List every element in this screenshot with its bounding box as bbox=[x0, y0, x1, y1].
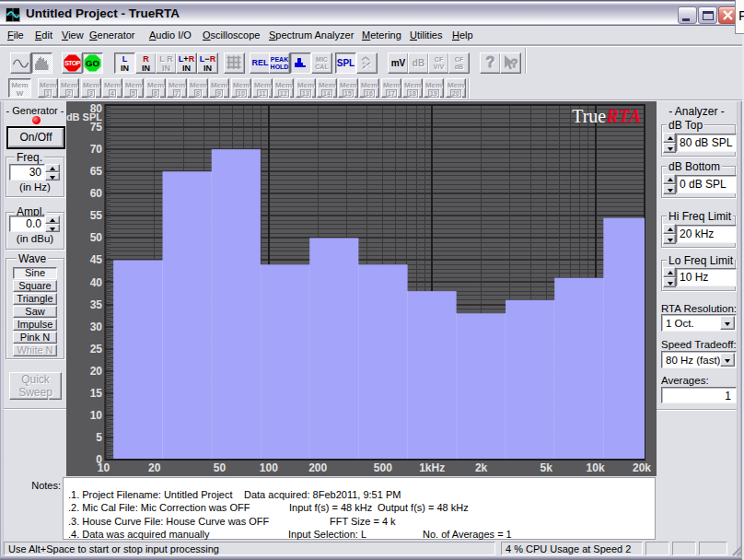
svg-text:10k: 10k bbox=[587, 461, 605, 474]
svg-text:STOP: STOP bbox=[64, 60, 80, 66]
svg-text:20k: 20k bbox=[633, 461, 651, 474]
svg-text:20: 20 bbox=[148, 461, 161, 474]
svg-text:65: 65 bbox=[90, 165, 103, 178]
svg-text:60: 60 bbox=[90, 187, 103, 200]
svg-text:45: 45 bbox=[90, 253, 103, 266]
svg-text:75: 75 bbox=[90, 121, 103, 134]
svg-text:?: ? bbox=[511, 56, 518, 70]
svg-text:30: 30 bbox=[90, 321, 103, 333]
svg-text:500: 500 bbox=[374, 461, 392, 474]
svg-text:70: 70 bbox=[90, 143, 103, 156]
svg-text:5: 5 bbox=[96, 431, 102, 444]
svg-text:55: 55 bbox=[90, 209, 103, 222]
svg-text:10: 10 bbox=[98, 461, 110, 474]
svg-text:GO: GO bbox=[86, 58, 99, 68]
svg-text:10: 10 bbox=[90, 409, 103, 422]
svg-text:20: 20 bbox=[90, 365, 103, 378]
svg-text:100: 100 bbox=[260, 461, 278, 474]
svg-text:200: 200 bbox=[308, 461, 327, 474]
svg-text:1kHz: 1kHz bbox=[419, 461, 445, 474]
svg-text:dB SPL: dB SPL bbox=[66, 111, 102, 122]
svg-text:15: 15 bbox=[90, 387, 103, 400]
svg-text:TrueRTA: TrueRTA bbox=[572, 106, 641, 126]
svg-text:35: 35 bbox=[90, 298, 103, 311]
svg-text:50: 50 bbox=[90, 231, 103, 244]
svg-text:25: 25 bbox=[90, 343, 103, 356]
svg-text:40: 40 bbox=[90, 276, 103, 289]
svg-text:2k: 2k bbox=[475, 461, 488, 474]
svg-text:50: 50 bbox=[214, 461, 227, 474]
svg-text:5k: 5k bbox=[541, 461, 553, 474]
